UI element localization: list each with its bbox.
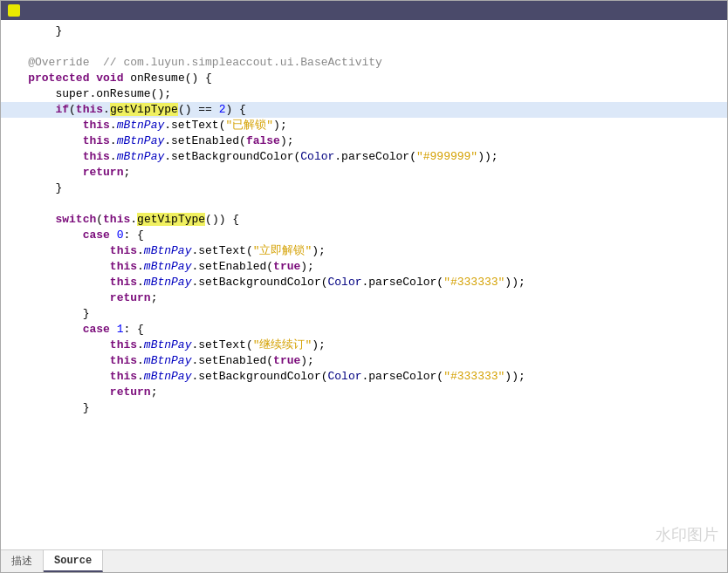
tab-source[interactable]: Source <box>44 550 103 572</box>
line-content: if(this.getVipType() == 2) { <box>1 102 720 118</box>
line-content: return; <box>1 290 720 306</box>
line-content: return; <box>1 385 720 400</box>
table-row: case 0: { <box>1 228 727 243</box>
keyword-span: false <box>246 134 280 147</box>
table-row: this.mBtnPay.setText("继续续订"); <box>1 338 727 353</box>
keyword-span: switch <box>55 213 96 226</box>
table-row: if(this.getVipType() == 2) { <box>1 102 727 118</box>
classname-span: Color <box>328 276 362 289</box>
field-span: mBtnPay <box>144 276 192 289</box>
this-keyword-span: this <box>83 119 110 132</box>
bottom-bar: 描述 Source <box>1 549 727 572</box>
line-content: switch(this.getVipType()) { <box>1 212 720 228</box>
this-keyword-span: this <box>110 370 137 383</box>
field-span: mBtnPay <box>117 119 165 132</box>
line-content: } <box>1 306 720 322</box>
table-row <box>1 39 727 55</box>
table-row <box>1 196 727 212</box>
keyword-span: case <box>83 229 110 242</box>
line-content: } <box>1 400 720 416</box>
highlight-method-span: getVipType <box>137 213 205 226</box>
keyword-span: void <box>96 72 123 85</box>
line-content: this.mBtnPay.setBackgroundColor(Color.pa… <box>1 369 720 385</box>
this-keyword-span: this <box>83 134 110 147</box>
field-span: mBtnPay <box>144 244 192 257</box>
number-span: 2 <box>219 103 226 116</box>
line-content: @Override // com.luyun.simpleaccout.ui.B… <box>1 55 720 71</box>
table-row: case 1: { <box>1 322 727 338</box>
line-content: this.mBtnPay.setEnabled(true); <box>1 259 720 275</box>
code-container: } @Override // com.luyun.simpleaccout.ui… <box>1 20 727 549</box>
line-content: } <box>1 24 720 39</box>
field-span: mBtnPay <box>144 370 192 383</box>
table-row: this.mBtnPay.setText("立即解锁"); <box>1 243 727 259</box>
field-span: mBtnPay <box>144 260 192 273</box>
table-row: this.mBtnPay.setBackgroundColor(Color.pa… <box>1 149 727 165</box>
string-span: "立即解锁" <box>253 244 312 257</box>
number-span: 0 <box>117 229 124 242</box>
table-row: return; <box>1 165 727 181</box>
number-span: 1 <box>117 323 124 336</box>
keyword-span: return <box>110 291 151 304</box>
string-span: "#333333" <box>443 276 505 289</box>
field-span: mBtnPay <box>117 150 165 163</box>
keyword-span: if <box>55 103 69 116</box>
string-span: "#333333" <box>443 370 505 383</box>
string-span: "#999999" <box>416 150 477 163</box>
keyword-span: protected <box>28 72 89 85</box>
line-content: this.mBtnPay.setBackgroundColor(Color.pa… <box>1 149 720 165</box>
table-row: this.mBtnPay.setEnabled(false); <box>1 133 727 149</box>
table-row: this.mBtnPay.setEnabled(true); <box>1 259 727 275</box>
table-row: @Override // com.luyun.simpleaccout.ui.B… <box>1 55 727 71</box>
line-content: this.mBtnPay.setBackgroundColor(Color.pa… <box>1 275 720 290</box>
keyword-span: true <box>273 354 300 367</box>
line-content: } <box>1 181 720 196</box>
string-span: "继续续订" <box>253 338 312 351</box>
table-row: switch(this.getVipType()) { <box>1 212 727 228</box>
field-span: mBtnPay <box>144 338 192 351</box>
title-bar <box>1 1 727 20</box>
line-content <box>1 39 720 55</box>
line-content: protected void onResume() { <box>1 71 720 86</box>
field-span: mBtnPay <box>144 354 192 367</box>
keyword-span: return <box>83 166 124 179</box>
keyword-span: return <box>110 385 151 399</box>
file-icon <box>8 4 20 17</box>
tab-describe[interactable]: 描述 <box>1 550 44 572</box>
table-row: super.onResume(); <box>1 86 727 102</box>
line-content: this.mBtnPay.setText("已解锁"); <box>1 118 720 133</box>
line-content: this.mBtnPay.setEnabled(false); <box>1 133 720 149</box>
table-row: return; <box>1 385 727 400</box>
line-content: this.mBtnPay.setText("立即解锁"); <box>1 243 720 259</box>
table-row: this.mBtnPay.setBackgroundColor(Color.pa… <box>1 369 727 385</box>
field-span: mBtnPay <box>117 134 165 147</box>
classname-span: Color <box>300 150 334 163</box>
string-span: "已解锁" <box>225 119 273 132</box>
keyword-span: case <box>83 323 110 336</box>
this-keyword-span: this <box>110 354 137 367</box>
comment-span: // com.luyun.simpleaccout.ui.BaseActivit… <box>89 56 381 69</box>
this-keyword-span: this <box>76 103 103 116</box>
line-content: super.onResume(); <box>1 86 720 102</box>
this-keyword-span: this <box>110 276 137 289</box>
line-content: this.mBtnPay.setText("继续续订"); <box>1 338 720 353</box>
line-content: return; <box>1 165 720 181</box>
table-row: } <box>1 181 727 196</box>
table-row: this.mBtnPay.setText("已解锁"); <box>1 118 727 133</box>
this-keyword-span: this <box>110 338 137 351</box>
highlight-method-span: getVipType <box>110 103 178 116</box>
table-row: } <box>1 400 727 416</box>
table-row: this.mBtnPay.setEnabled(true); <box>1 353 727 369</box>
table-row: } <box>1 24 727 39</box>
table-row: protected void onResume() { <box>1 71 727 86</box>
table-row: return; <box>1 290 727 306</box>
this-keyword-span: this <box>83 150 110 163</box>
classname-span: Color <box>328 370 362 383</box>
table-row: this.mBtnPay.setBackgroundColor(Color.pa… <box>1 275 727 290</box>
table-row: } <box>1 306 727 322</box>
line-content: this.mBtnPay.setEnabled(true); <box>1 353 720 369</box>
editor-area[interactable]: } @Override // com.luyun.simpleaccout.ui… <box>1 20 727 549</box>
line-content: case 0: { <box>1 228 720 243</box>
main-window: } @Override // com.luyun.simpleaccout.ui… <box>0 0 728 573</box>
this-keyword-span: this <box>103 213 130 226</box>
